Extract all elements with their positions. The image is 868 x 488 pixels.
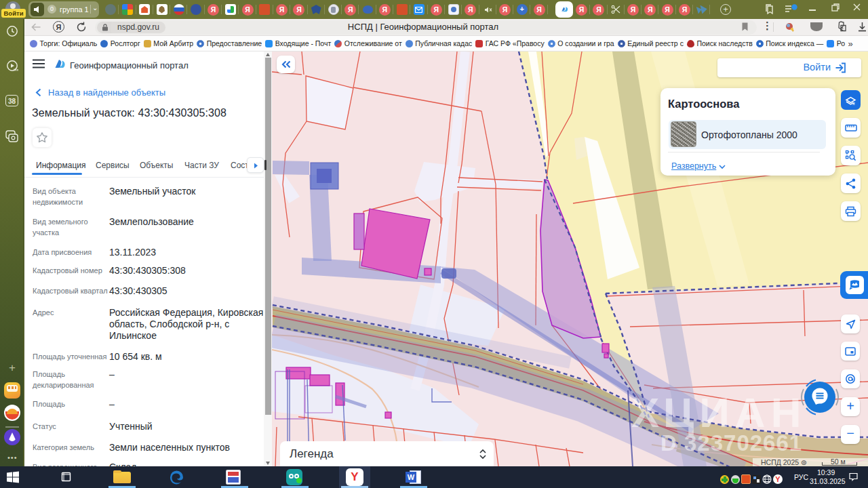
svg-text:ЦИАН: ЦИАН	[663, 389, 806, 436]
svg-text:Х: Х	[631, 389, 659, 436]
svg-text:D 323702661: D 323702661	[660, 430, 802, 455]
